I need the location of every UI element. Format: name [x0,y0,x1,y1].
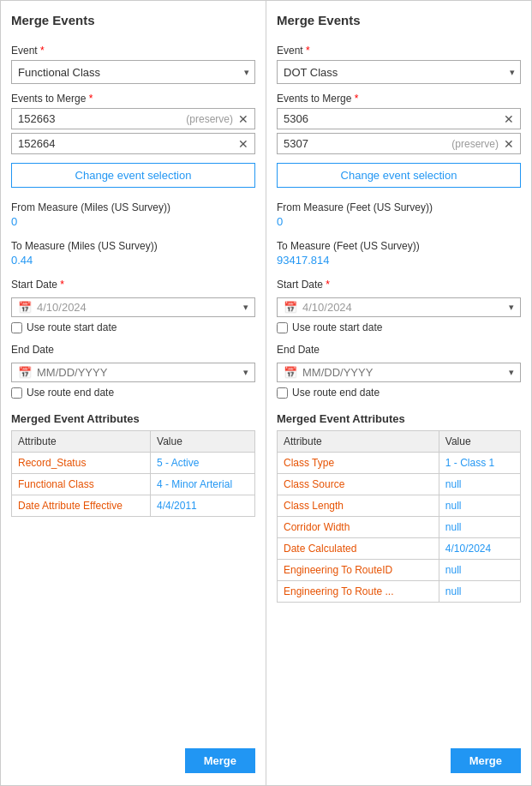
left-start-date-chevron-icon: ▾ [243,302,248,313]
left-start-date-row[interactable]: 📅 ▾ [11,297,255,317]
left-event-row-0-preserve: (preserve) [186,113,233,125]
right-end-date-calendar-icon: 📅 [284,366,297,379]
attr-name-cell: Date Attribute Effective [12,495,151,517]
right-from-measure-value: 0 [277,215,521,228]
attr-name-cell: Date Calculated [278,538,439,560]
left-event-row-1: 152664 ✕ [11,133,255,154]
right-event-row-1-preserve: (preserve) [451,138,499,150]
attr-name-cell: Functional Class [12,474,151,495]
left-to-measure-label: To Measure (Miles (US Survey)) [11,240,255,252]
left-use-route-end-row[interactable]: Use route end date [11,387,255,399]
attr-value-cell: null [439,560,520,581]
right-to-measure-value: 93417.814 [277,254,521,267]
left-attr-col1-header: Attribute [12,431,151,453]
left-start-date-calendar-icon: 📅 [18,301,32,314]
left-use-route-start-label: Use route start date [27,321,117,333]
right-to-measure-label: To Measure (Feet (US Survey)) [277,240,521,252]
right-merge-button[interactable]: Merge [451,748,521,773]
left-use-route-start-checkbox[interactable] [11,322,22,333]
left-panel-title: Merge Events [11,13,255,27]
attr-value-cell: 4 - Minor Arterial [151,474,255,495]
right-start-date-input[interactable] [302,301,509,314]
right-event-select-wrapper[interactable]: DOT Class ▾ [277,60,521,84]
attr-name-cell: Class Source [278,474,439,495]
left-event-select[interactable]: Functional Class [11,60,255,84]
right-start-date-label: Start Date * [277,279,521,291]
left-to-measure-value: 0.44 [11,254,255,267]
attr-value-cell: 4/4/2011 [151,495,255,517]
left-start-date-input[interactable] [37,301,243,314]
right-use-route-start-label: Use route start date [292,321,382,333]
left-end-date-chevron-icon: ▾ [243,367,248,378]
table-row: Engineering To RouteIDnull [278,560,521,581]
table-row: Date Attribute Effective4/4/2011 [12,495,255,517]
table-row: Date Calculated4/10/2024 [278,538,521,560]
attr-value-cell: 4/10/2024 [439,538,520,560]
left-use-route-end-checkbox[interactable] [11,387,22,399]
attr-value-cell: 5 - Active [151,453,255,474]
left-event-row-0-close[interactable]: ✕ [238,113,248,125]
attr-value-cell: null [439,517,520,538]
right-end-date-chevron-icon: ▾ [509,367,514,378]
left-merge-button[interactable]: Merge [185,748,255,773]
table-row: Class Sourcenull [278,474,521,495]
table-row: Corridor Widthnull [278,517,521,538]
attr-name-cell: Engineering To RouteID [278,560,439,581]
left-start-date-label: Start Date * [11,279,255,291]
left-use-route-end-label: Use route end date [27,387,114,399]
table-row: Engineering To Route ...null [278,581,521,603]
attr-name-cell: Record_Status [12,453,151,474]
right-use-route-end-label: Use route end date [292,387,380,399]
attr-name-cell: Corridor Width [278,517,439,538]
right-attr-col1-header: Attribute [278,431,439,453]
table-row: Class Type1 - Class 1 [278,453,521,474]
right-merged-attrs-title: Merged Event Attributes [277,412,521,425]
attr-value-cell: null [439,581,520,603]
left-events-to-merge-label: Events to Merge * [11,93,255,105]
left-end-date-calendar-icon: 📅 [18,366,32,379]
left-event-row-1-close[interactable]: ✕ [238,138,248,150]
attr-value-cell: null [439,495,520,517]
left-event-select-wrapper[interactable]: Functional Class ▾ [11,60,255,84]
left-end-date-row[interactable]: 📅 ▾ [11,363,255,382]
left-event-label: Event * [11,45,255,57]
right-use-route-start-row[interactable]: Use route start date [277,321,521,333]
right-event-row-0-close[interactable]: ✕ [504,113,514,125]
attr-value-cell: null [439,474,520,495]
right-event-row-0-id: 5306 [284,112,504,125]
table-row: Functional Class4 - Minor Arterial [12,474,255,495]
left-attr-col2-header: Value [151,431,255,453]
left-end-date-input[interactable] [37,366,243,379]
right-event-row-0: 5306 ✕ [277,108,521,129]
right-panel: Merge Events Event * DOT Class ▾ Events … [266,0,532,786]
left-event-row-0: 152663 (preserve) ✕ [11,108,255,129]
left-use-route-start-row[interactable]: Use route start date [11,321,255,333]
right-use-route-end-checkbox[interactable] [277,387,288,399]
left-change-btn[interactable]: Change event selection [11,163,255,188]
attr-name-cell: Class Type [278,453,439,474]
right-event-label: Event * [277,45,521,57]
right-event-row-1: 5307 (preserve) ✕ [277,133,521,154]
right-use-route-start-checkbox[interactable] [277,322,288,333]
left-from-measure-value: 0 [11,215,255,228]
right-attr-table: Attribute Value Class Type1 - Class 1Cla… [277,430,521,603]
attr-name-cell: Class Length [278,495,439,517]
left-from-measure-label: From Measure (Miles (US Survey)) [11,201,255,213]
right-events-to-merge-label: Events to Merge * [277,93,521,105]
right-event-select[interactable]: DOT Class [277,60,521,84]
left-end-date-label: End Date [11,344,255,356]
left-attr-table: Attribute Value Record_Status5 - ActiveF… [11,430,255,517]
right-start-date-row[interactable]: 📅 ▾ [277,297,521,317]
right-event-row-1-close[interactable]: ✕ [504,138,514,150]
left-merged-attrs-title: Merged Event Attributes [11,412,255,425]
table-row: Record_Status5 - Active [12,453,255,474]
left-panel: Merge Events Event * Functional Class ▾ … [0,0,266,786]
table-row: Class Lengthnull [278,495,521,517]
right-use-route-end-row[interactable]: Use route end date [277,387,521,399]
right-end-date-row[interactable]: 📅 ▾ [277,363,521,382]
left-event-row-0-id: 152663 [18,112,186,125]
right-start-date-chevron-icon: ▾ [509,302,514,313]
right-change-btn[interactable]: Change event selection [277,163,521,188]
right-end-date-input[interactable] [302,366,509,379]
attr-value-cell: 1 - Class 1 [439,453,520,474]
